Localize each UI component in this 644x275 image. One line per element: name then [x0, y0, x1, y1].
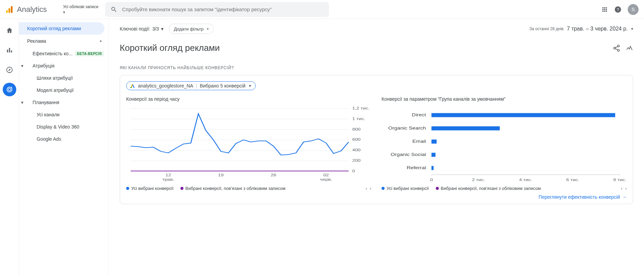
legend-dot-blue [126, 187, 129, 190]
plus-icon: ＋ [206, 26, 210, 32]
insights-icon[interactable] [626, 44, 633, 52]
rail-explore[interactable] [3, 63, 16, 77]
svg-rect-7 [11, 51, 12, 53]
add-filter-label: Додати фільтр [174, 26, 203, 32]
sidebar-item-attribution-models[interactable]: Моделі атрибуції [19, 84, 109, 96]
arrow-right-icon: → [622, 194, 627, 200]
svg-rect-5 [7, 50, 8, 52]
svg-rect-37 [431, 140, 436, 144]
conversions-selected-label: Вибрано 5 конверсій [200, 83, 245, 89]
chevron-down-icon: ▾ [63, 10, 98, 15]
sidebar-item-attribution-paths[interactable]: Шляхи атрибуції [19, 72, 109, 84]
legend-account-label: Вибрані конверсії, пов'язані з обліковим… [441, 186, 541, 191]
svg-text:8 тис.: 8 тис. [613, 178, 627, 182]
property-name: analytics_googlestore_NA [138, 83, 193, 89]
sidebar-ads-label: Реклама [27, 38, 46, 44]
legend-all-label: Усі вибрані конверсії [387, 186, 429, 191]
rail-reports[interactable] [3, 43, 16, 57]
svg-text:1 тис.: 1 тис. [352, 117, 366, 121]
share-icon[interactable] [613, 44, 620, 52]
bar-chart[interactable]: DirectOrganic SearchEmailOrganic SocialR… [382, 105, 627, 183]
nav-rail [0, 19, 19, 275]
side-panel: Короткий огляд реклами Реклама Ефективні… [19, 19, 109, 275]
legend-prev-icon[interactable]: ‹ [621, 186, 622, 191]
svg-text:02: 02 [323, 173, 329, 177]
svg-rect-6 [9, 48, 10, 52]
line-chart-panel: Конверсії за період часу 02004006008001 … [126, 96, 371, 191]
key-events-value: 3/3 [152, 26, 159, 32]
sidebar-item-dv360[interactable]: Display & Video 360 [19, 121, 109, 133]
app-header: Analytics Усі облікові записи ▾ ? S [0, 0, 644, 19]
rail-home[interactable] [3, 24, 16, 37]
sidebar-item-all-channels[interactable]: Усі канали [19, 109, 109, 121]
legend-dot-purple [436, 187, 439, 190]
sidebar-gads-label: Google Ads [37, 136, 61, 142]
chevron-down-icon: ▾ [21, 100, 23, 105]
sidebar-planning-label: Планування [33, 100, 59, 105]
rail-advertising[interactable] [3, 83, 16, 96]
date-range-picker[interactable]: За останні 28 днів 7 трав. – 3 черв. 202… [529, 26, 633, 32]
sidebar-section-ads[interactable]: Реклама [19, 35, 109, 47]
account-picker[interactable]: Усі облікові записи ▾ [63, 4, 98, 15]
toolbar: Ключові події: 3/3 ▾ Додати фільтр ＋ За … [120, 24, 633, 34]
property-selector[interactable]: analytics_googlestore_NA | Вибрано 5 кон… [126, 81, 256, 90]
chevron-down-icon: ▼ [248, 84, 252, 88]
sidebar-item-effectiveness[interactable]: Ефективність ко... БЕТА-ВЕРСІЯ [19, 47, 109, 60]
date-range-value: 7 трав. – 3 черв. 2024 р. [567, 26, 628, 32]
sidebar-item-overview[interactable]: Короткий огляд реклами [19, 22, 104, 35]
bar-chart-panel: Конверсії за параметром "Група каналів з… [382, 96, 627, 191]
key-events-prefix: Ключові події: [120, 26, 150, 32]
svg-text:26: 26 [271, 173, 276, 177]
search-box[interactable] [105, 2, 329, 17]
search-input[interactable] [122, 6, 324, 12]
legend-dot-purple [180, 187, 183, 190]
sidebar-dv360-label: Display & Video 360 [37, 124, 79, 130]
svg-text:0: 0 [430, 178, 433, 182]
bar-chart-legend: Усі вибрані конверсії Вибрані конверсії,… [382, 186, 627, 191]
apps-icon[interactable] [601, 6, 608, 13]
legend-next-icon[interactable]: › [370, 186, 371, 191]
legend-prev-icon[interactable]: ‹ [366, 186, 367, 191]
svg-text:6 тис.: 6 тис. [566, 178, 580, 182]
add-filter-button[interactable]: Додати фільтр ＋ [169, 24, 214, 34]
sidebar-section-planning[interactable]: ▾ Планування [19, 96, 109, 109]
line-chart[interactable]: 02004006008001 тис.1,2 тис.12трав.192602… [126, 105, 371, 183]
line-chart-legend: Усі вибрані конверсії Вибрані конверсії,… [126, 186, 371, 191]
date-range-prefix: За останні 28 днів [529, 26, 564, 31]
legend-all: Усі вибрані конверсії [126, 186, 174, 191]
view-effectiveness-link[interactable]: Переглянути ефективність конверсій → [539, 194, 627, 200]
key-events-filter[interactable]: Ключові події: 3/3 ▾ [120, 26, 163, 32]
chevron-down-icon: ▾ [21, 63, 23, 68]
svg-rect-0 [6, 10, 8, 13]
svg-text:Email: Email [412, 139, 426, 144]
svg-text:200: 200 [352, 158, 361, 163]
svg-rect-39 [431, 153, 435, 157]
svg-text:трав.: трав. [162, 177, 174, 182]
legend-account: Вибрані конверсії, пов'язані з обліковим… [180, 186, 286, 191]
help-icon[interactable]: ? [614, 6, 622, 13]
main-content: Ключові події: 3/3 ▾ Додати фільтр ＋ За … [109, 19, 644, 275]
svg-text:2 тис.: 2 тис. [472, 178, 485, 182]
account-avatar[interactable]: S [628, 4, 639, 15]
avatar-letter: S [631, 6, 635, 12]
sidebar-item-google-ads[interactable]: Google Ads [19, 133, 109, 145]
explore-icon [6, 66, 13, 74]
svg-point-10 [7, 87, 12, 92]
svg-rect-33 [431, 113, 615, 117]
svg-text:Direct: Direct [412, 113, 426, 117]
svg-text:400: 400 [352, 148, 361, 152]
reports-icon [6, 47, 13, 54]
svg-text:600: 600 [352, 137, 361, 142]
google-ads-icon [130, 83, 135, 89]
svg-text:0: 0 [352, 169, 355, 173]
sidebar-section-attribution[interactable]: ▾ Атрибуція [19, 60, 109, 72]
legend-account: Вибрані конверсії, пов'язані з обліковим… [436, 186, 541, 191]
svg-text:12: 12 [165, 173, 171, 177]
page-title: Короткий огляд реклами [120, 43, 220, 53]
logo[interactable]: Analytics [5, 5, 60, 14]
account-picker-label: Усі облікові записи [63, 4, 98, 9]
legend-next-icon[interactable]: › [625, 186, 627, 191]
svg-text:Referral: Referral [407, 165, 426, 170]
sidebar-all-channels-label: Усі канали [37, 112, 60, 117]
svg-text:19: 19 [218, 173, 223, 177]
